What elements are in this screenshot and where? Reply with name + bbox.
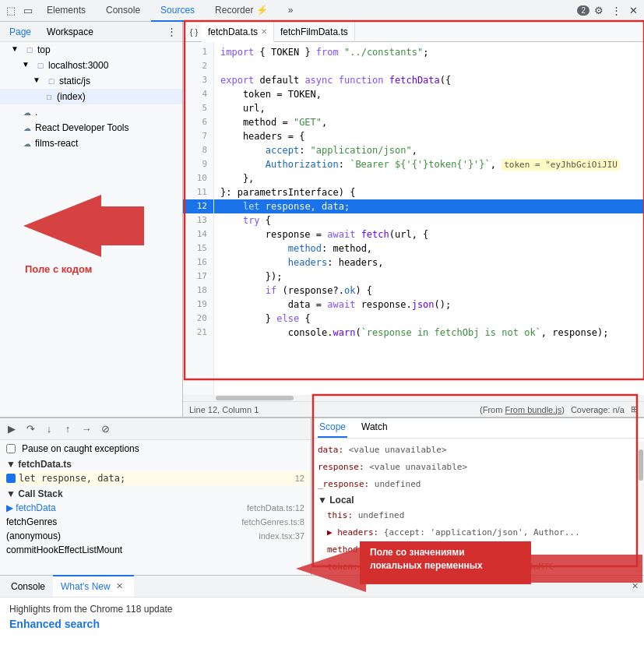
scope-val: <value unavailable> [369, 462, 467, 472]
cs-item-fetchgenres[interactable]: fetchGenres fetchGenres.ts:8 [0, 515, 311, 529]
scope-scrollbar-thumb[interactable] [639, 449, 643, 481]
cloud-icon: ☁ [22, 122, 33, 133]
token: json [412, 299, 435, 310]
bundle-link[interactable]: From bundle.js [505, 405, 561, 414]
format-icon[interactable]: ⊞ [631, 404, 638, 414]
code-editor[interactable]: 1 2 3 4 5 6 7 8 9 10 11 12 13 14 15 16 1 [183, 42, 644, 395]
tree-item-dot[interactable]: ☁ . [0, 104, 182, 120]
panel-close-btn[interactable]: ✕ [628, 580, 641, 593]
line-num-2: 2 [183, 59, 213, 73]
more-options-icon[interactable]: ⋮ [164, 24, 179, 40]
cloud-icon: ☁ [22, 138, 33, 149]
tree-item-top[interactable]: ▼ □ top [0, 42, 182, 58]
scrollbar-thumb[interactable] [216, 396, 294, 400]
cs-item-anonymous[interactable]: (anonymous) index.tsx:37 [0, 529, 311, 543]
debug-section-fetchdata[interactable]: ▼ fetchData.ts [0, 456, 311, 471]
scope-key: token: [327, 562, 358, 572]
scope-scrollbar[interactable] [638, 442, 644, 572]
line-num-12: 12 [183, 199, 213, 213]
token [220, 145, 266, 156]
code-line-21: console.warn(`response in fetchObj is no… [214, 326, 644, 340]
tab-console-bottom[interactable]: Console [3, 576, 53, 597]
call-stack-section[interactable]: ▼ Call Stack [0, 485, 311, 501]
cs-item-fetchdata[interactable]: ▶ fetchData fetchData.ts:12 [0, 501, 311, 515]
token: (url, { [389, 229, 429, 240]
token [220, 215, 243, 226]
token: "application/json" [311, 145, 412, 156]
token: import [220, 47, 254, 58]
settings-icon[interactable]: ⚙ [591, 3, 607, 19]
pause-exceptions[interactable]: Pause on caught exceptions [0, 442, 311, 456]
tab-console[interactable]: Console [97, 0, 150, 22]
more-icon[interactable]: ⋮ [608, 3, 624, 19]
cs-loc: index.tsx:37 [259, 531, 304, 541]
tab-watch[interactable]: Watch [360, 418, 389, 438]
whatsnew-close-btn[interactable]: ✕ [114, 580, 126, 593]
token: async [304, 75, 333, 86]
scope-tabs: Scope Watch [311, 418, 644, 439]
token: } [220, 313, 276, 324]
debug-content: Pause on caught exceptions ▼ fetchData.t… [0, 440, 311, 575]
tree-item-react-devtools[interactable]: ☁ React Developer Tools [0, 120, 182, 136]
token: , [412, 145, 417, 156]
format-icon[interactable]: { } [186, 24, 202, 40]
whats-new-section-title: Enhanced search [9, 618, 635, 630]
deactivate-btn[interactable]: ⊘ [97, 421, 114, 438]
device-icon[interactable]: ▭ [20, 3, 36, 19]
scope-key: _response: [318, 479, 369, 489]
tab-elements[interactable]: Elements [37, 0, 95, 22]
line-num-17: 17 [183, 270, 213, 284]
token [355, 229, 361, 240]
code-line-5: url, [214, 101, 644, 115]
breakpoint-item[interactable]: let response, data; 12 [0, 471, 311, 485]
horizontal-scrollbar[interactable] [183, 395, 644, 401]
breakpoint-checkbox[interactable] [6, 474, 16, 483]
step-btn[interactable]: → [78, 421, 95, 438]
scope-content: data: <value unavailable> response: <val… [311, 439, 644, 575]
code-line-17: }); [214, 270, 644, 284]
token: { [299, 313, 310, 324]
line-num-16: 16 [183, 255, 213, 270]
step-out-btn[interactable]: ↑ [59, 421, 76, 438]
pause-label: Pause on caught exceptions [22, 443, 139, 454]
cs-name: fetchGenres [6, 516, 57, 527]
cs-name: commitHookEffectListMount [6, 544, 122, 555]
token [333, 75, 339, 86]
token: ok [344, 285, 355, 296]
step-into-btn[interactable]: ↓ [40, 421, 58, 438]
token: accept [266, 145, 299, 156]
tab-scope[interactable]: Scope [318, 418, 347, 438]
close-icon[interactable]: ✕ [625, 3, 641, 19]
tab-more[interactable]: » [279, 0, 303, 22]
tab-whatsnew[interactable]: What's New ✕ [53, 575, 134, 597]
code-tab-fetchdata[interactable]: fetchData.ts ✕ [202, 22, 274, 42]
resume-btn[interactable]: ▶ [3, 421, 20, 438]
token: , [491, 159, 501, 170]
tab-close-btn[interactable]: ✕ [261, 27, 267, 36]
token: TOKEN [271, 47, 299, 58]
expand-icon: ▼ [22, 60, 33, 71]
step-over-btn[interactable]: ↷ [22, 421, 39, 438]
tab-recorder[interactable]: Recorder ⚡ [206, 0, 277, 22]
tree-item-staticjs[interactable]: ▼ □ static/js [0, 73, 182, 89]
tree-item-index[interactable]: □ (index) [0, 89, 182, 104]
tree-item-films-react[interactable]: ☁ films-react [0, 136, 182, 151]
tab-workspace[interactable]: Workspace [40, 22, 100, 42]
cs-item-commithook[interactable]: commitHookEffectListMount [0, 543, 311, 557]
tree-label-localhost: localhost:3000 [48, 60, 108, 71]
token: headers [288, 257, 328, 268]
whats-new-highlights: Highlights from the Chrome 118 update [9, 604, 635, 615]
source-area: Page Workspace ⋮ ▼ □ top ▼ □ localhost:3… [0, 22, 644, 418]
tab-page[interactable]: Page [3, 22, 37, 42]
inspect-icon[interactable]: ⬚ [3, 3, 19, 19]
code-tab-fetchfilmdata[interactable]: fetchFilmData.ts [274, 22, 355, 42]
cs-name: (anonymous) [6, 530, 61, 541]
tree-item-localhost[interactable]: ▼ □ localhost:3000 [0, 58, 182, 73]
code-line-3: export default async function fetchData(… [214, 73, 644, 87]
pause-checkbox[interactable] [6, 444, 16, 453]
tab-sources[interactable]: Sources [151, 0, 204, 22]
cursor-position: Line 12, Column 1 [189, 405, 259, 414]
file-tree: Page Workspace ⋮ ▼ □ top ▼ □ localhost:3… [0, 22, 183, 417]
tree-label-dot: . [35, 107, 37, 118]
scope-item-headers[interactable]: ▶ headers: {accept: 'application/json', … [311, 524, 638, 541]
